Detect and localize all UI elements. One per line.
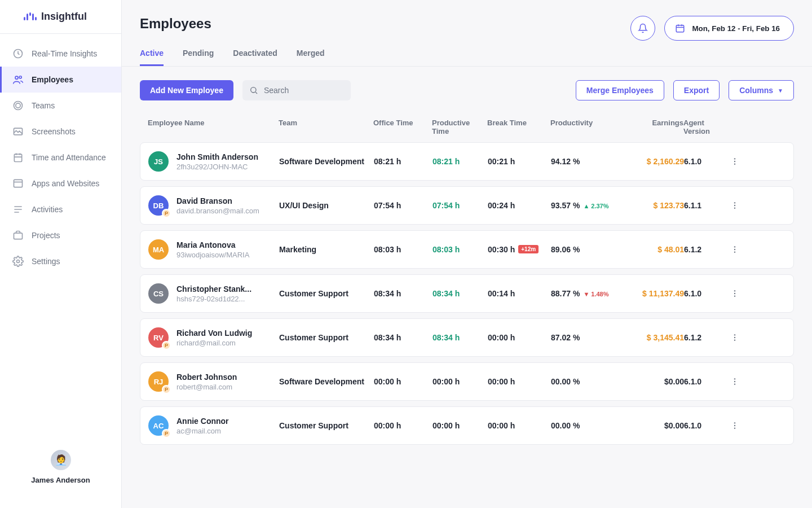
- employee-avatar: CS: [148, 283, 169, 304]
- break-time-cell: 00:30 h+12m: [488, 245, 551, 254]
- profile-block[interactable]: 🧑‍💼 James Anderson: [0, 437, 121, 508]
- col-header[interactable]: Productivity: [550, 119, 630, 135]
- sidebar-item-activities[interactable]: Activities: [0, 196, 121, 222]
- sidebar-item-projects[interactable]: Projects: [0, 222, 121, 248]
- notifications-button[interactable]: [630, 16, 655, 41]
- svg-point-30: [734, 422, 735, 423]
- table-row[interactable]: RJPRobert Johnsonrobert@mail.comSoftware…: [140, 362, 794, 401]
- svg-point-29: [734, 383, 735, 384]
- earnings-cell: $0.00: [631, 421, 684, 430]
- sidebar-item-teams[interactable]: Teams: [0, 93, 121, 119]
- profile-name: James Anderson: [31, 476, 90, 484]
- employee-avatar: DBP: [148, 195, 169, 216]
- team-cell: Marketing: [279, 245, 374, 254]
- svg-point-19: [734, 249, 735, 250]
- row-menu-button[interactable]: [730, 157, 751, 166]
- nav-label: Teams: [32, 101, 55, 110]
- row-menu-button[interactable]: [730, 245, 751, 254]
- col-header[interactable]: Agent Version: [683, 119, 730, 135]
- row-menu-button[interactable]: [730, 421, 751, 430]
- break-overage-pill: +12m: [518, 245, 539, 253]
- svg-point-11: [251, 87, 256, 93]
- tab-merged[interactable]: Merged: [297, 49, 325, 66]
- logo: Insightful: [0, 0, 121, 34]
- sidebar-item-apps-and-websites[interactable]: Apps and Websites: [0, 170, 121, 196]
- tabs: ActivePendingDeactivatedMerged: [122, 41, 812, 67]
- version-cell: 6.1.0: [684, 377, 730, 386]
- search-input[interactable]: [263, 85, 364, 95]
- profile-avatar: 🧑‍💼: [51, 450, 71, 470]
- employee-avatar: MA: [148, 239, 169, 260]
- svg-point-20: [734, 251, 735, 252]
- row-menu-button[interactable]: [730, 201, 751, 210]
- office-time-cell: 08:34 h: [374, 289, 433, 298]
- col-header[interactable]: Break Time: [487, 119, 550, 135]
- sidebar-item-employees[interactable]: Employees: [0, 67, 121, 93]
- table-row[interactable]: CSChristopher Stank...hshs729-02sd1d22..…: [140, 274, 794, 313]
- svg-point-24: [734, 334, 735, 335]
- pending-badge-icon: P: [162, 385, 171, 394]
- merge-button[interactable]: Merge Employees: [576, 80, 664, 100]
- pending-badge-icon: P: [162, 429, 171, 438]
- productivity-cell: 87.02 %: [551, 333, 631, 342]
- break-time-cell: 00:24 h: [488, 201, 551, 210]
- nav-label: Real-Time Insights: [32, 49, 97, 58]
- earnings-cell: $ 11,137.49: [631, 289, 684, 298]
- page-header: Employees Mon, Feb 12 - Fri, Feb 16: [122, 0, 812, 41]
- nav-label: Apps and Websites: [32, 179, 99, 188]
- svg-rect-6: [14, 154, 21, 161]
- main: Employees Mon, Feb 12 - Fri, Feb 16 Acti…: [122, 0, 812, 508]
- col-header[interactable]: Team: [279, 119, 373, 135]
- productive-time-cell: 08:34 h: [433, 333, 488, 342]
- col-header[interactable]: Earnings: [630, 119, 683, 135]
- table-row[interactable]: MAMaria Antonova93iwodjoaisow/MARIAMarke…: [140, 230, 794, 269]
- col-header[interactable]: Productive Time: [432, 119, 487, 135]
- employees-table: Employee NameTeamOffice TimeProductive T…: [140, 112, 794, 445]
- col-header[interactable]: Office Time: [373, 119, 432, 135]
- table-row[interactable]: RVPRichard Von Ludwigrichard@mail.comCus…: [140, 318, 794, 357]
- svg-point-27: [734, 378, 735, 379]
- date-range-button[interactable]: Mon, Feb 12 - Fri, Feb 16: [664, 16, 794, 41]
- svg-rect-7: [14, 179, 23, 187]
- svg-point-4: [14, 102, 23, 110]
- search-input-wrap[interactable]: [242, 80, 351, 100]
- export-button[interactable]: Export: [673, 80, 720, 100]
- pending-badge-icon: P: [162, 341, 171, 350]
- sidebar-item-screenshots[interactable]: Screenshots: [0, 119, 121, 144]
- sidebar-item-real-time-insights[interactable]: Real-Time Insights: [0, 41, 121, 67]
- nav-icon: [12, 152, 24, 163]
- svg-point-21: [734, 290, 735, 291]
- nav-label: Screenshots: [32, 127, 76, 136]
- row-menu-button[interactable]: [730, 333, 751, 342]
- svg-point-28: [734, 381, 735, 382]
- nav-icon: [12, 48, 24, 59]
- sidebar: Insightful Real-Time InsightsEmployeesTe…: [0, 0, 122, 508]
- sidebar-item-settings[interactable]: Settings: [0, 248, 121, 274]
- office-time-cell: 08:34 h: [374, 333, 433, 342]
- employee-avatar: JS: [148, 151, 169, 172]
- productive-time-cell: 08:03 h: [433, 245, 488, 254]
- row-menu-button[interactable]: [730, 377, 751, 386]
- employee-sub: david.branson@mail.com: [176, 207, 259, 215]
- employee-name: Christopher Stank...: [176, 284, 251, 294]
- sidebar-item-time-and-attendance[interactable]: Time and Attendance: [0, 144, 121, 170]
- nav-icon: [12, 126, 24, 137]
- table-row[interactable]: ACPAnnie Connorac@mail.comCustomer Suppo…: [140, 406, 794, 445]
- tab-deactivated[interactable]: Deactivated: [233, 49, 277, 66]
- table-row[interactable]: JSJohn Smith Anderson2fh3u292/JOHN-MACSo…: [140, 142, 794, 181]
- calendar-icon: [675, 23, 685, 33]
- employee-sub: hshs729-02sd1d22...: [176, 295, 251, 303]
- break-time-cell: 00:00 h: [488, 333, 551, 342]
- svg-rect-10: [677, 25, 685, 32]
- table-row[interactable]: DBPDavid Bransondavid.branson@mail.comUX…: [140, 186, 794, 225]
- team-cell: UX/UI Design: [279, 201, 374, 210]
- tab-active[interactable]: Active: [140, 49, 164, 66]
- add-employee-button[interactable]: Add New Employee: [140, 80, 233, 100]
- col-header[interactable]: Employee Name: [148, 119, 279, 135]
- employee-sub: 2fh3u292/JOHN-MAC: [176, 163, 258, 171]
- svg-point-9: [17, 260, 20, 263]
- row-menu-button[interactable]: [730, 289, 751, 298]
- svg-point-32: [734, 427, 735, 428]
- columns-button[interactable]: Columns ▼: [729, 80, 794, 100]
- tab-pending[interactable]: Pending: [183, 49, 214, 66]
